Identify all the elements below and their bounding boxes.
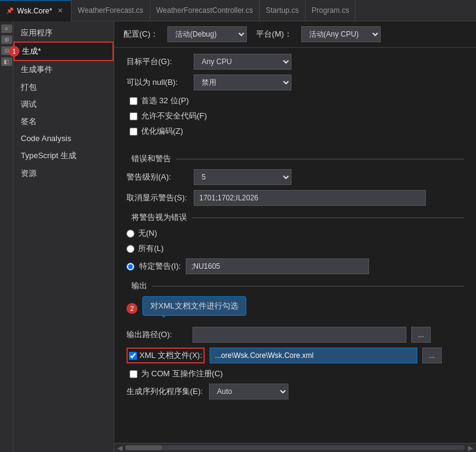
radio-none-row: 无(N) xyxy=(126,228,464,239)
tab-label-startup: Startup.cs xyxy=(266,6,299,15)
warning-level-label: 警告级别(A): xyxy=(126,172,188,183)
tab-label-weatherforecast: WeatherForecast.cs xyxy=(78,6,143,15)
platform-select[interactable]: 活动(Any CPU) xyxy=(301,26,381,42)
pin-icon: 📌 xyxy=(6,7,13,14)
checkbox-unsafe-label: 允许不安全代码(F) xyxy=(141,111,207,122)
warnings-divider xyxy=(176,159,464,159)
xml-label: XML 文档文件(X): xyxy=(139,350,202,361)
com-label: 为 COM 互操作注册(C) xyxy=(141,368,223,379)
output-header: 输出 xyxy=(126,280,464,291)
xml-path-input[interactable] xyxy=(210,348,417,363)
output-path-browse[interactable]: ... xyxy=(411,327,431,343)
suppress-label: 取消显示警告(S): xyxy=(126,192,188,203)
target-platform-label: 目标平台(G): xyxy=(126,56,188,67)
checkbox-optimize-label: 优化编码(Z) xyxy=(141,126,183,137)
radio-specific-label: 特定警告(I): xyxy=(139,261,181,272)
checkbox-optimize[interactable] xyxy=(130,128,137,136)
warnings-section: 错误和警告 警告级别(A): 5 取消显示警告(S): xyxy=(114,153,476,206)
com-row: 为 COM 互操作注册(C) xyxy=(126,368,464,379)
left-gutter: ≡ ⊞ ⊟ ◧ xyxy=(0,21,13,452)
warning-level-row: 警告级别(A): 5 xyxy=(126,169,464,185)
serialize-label: 生成序列化程序集(E): xyxy=(126,386,203,397)
content-area: 配置(C)： 活动(Debug) 平台(M)： 活动(Any CPU) 目标平台… xyxy=(114,21,476,443)
toolbar-row: 配置(C)： 活动(Debug) 平台(M)： 活动(Any CPU) xyxy=(114,21,476,48)
sidebar-item-build[interactable]: 1 生成* xyxy=(13,42,114,61)
scrollbar-track[interactable] xyxy=(125,445,465,450)
tab-startup[interactable]: Startup.cs xyxy=(260,0,306,21)
output-divider xyxy=(152,286,464,286)
sidebar-item-debug[interactable]: 调试 xyxy=(13,96,114,113)
scrollbar-thumb[interactable] xyxy=(125,445,162,450)
checkbox-32bit-label: 首选 32 位(P) xyxy=(141,95,189,106)
radio-all-label: 所有(L) xyxy=(138,243,164,254)
xml-checkbox-border: XML 文档文件(X): xyxy=(126,348,205,363)
nullable-row: 可以为 null(B): 禁用 xyxy=(126,75,464,90)
sidebar-item-app[interactable]: 应用程序 xyxy=(13,24,114,42)
tooltip-row: 2 对XML文档文件进行勾选 xyxy=(126,296,464,321)
sidebar-item-build-events[interactable]: 生成事件 xyxy=(13,61,114,78)
suppress-input[interactable] xyxy=(194,190,426,206)
radio-all[interactable] xyxy=(126,245,134,253)
tab-label-wskcore: Wsk.Core* xyxy=(17,7,52,15)
radio-all-row: 所有(L) xyxy=(126,243,464,254)
target-platform-select[interactable]: Any CPU xyxy=(194,54,291,70)
gutter-icon-2[interactable]: ⊞ xyxy=(1,35,12,44)
output-path-label: 输出路径(O): xyxy=(126,329,188,340)
nullable-select[interactable]: 禁用 xyxy=(194,75,291,90)
sidebar: 应用程序 1 生成* 生成事件 打包 调试 签名 Code Analysis T… xyxy=(13,21,114,452)
target-platform-row: 目标平台(G): Any CPU xyxy=(126,54,464,70)
checkbox-unsafe[interactable] xyxy=(130,112,137,120)
sidebar-item-package[interactable]: 打包 xyxy=(13,79,114,96)
main-layout: ≡ ⊞ ⊟ ◧ 应用程序 1 生成* 生成事件 打包 调试 签名 Code An… xyxy=(0,21,476,452)
tab-weatherforecastcontroller[interactable]: WeatherForecastController.cs xyxy=(150,0,260,21)
radio-specific[interactable] xyxy=(126,263,134,271)
badge-2: 2 xyxy=(126,303,137,314)
tab-label-program: Program.cs xyxy=(312,6,349,15)
general-section: 目标平台(G): Any CPU 可以为 null(B): 禁用 首选 32 位… xyxy=(114,48,476,147)
sidebar-item-resources[interactable]: 资源 xyxy=(13,165,114,182)
config-select[interactable]: 活动(Debug) xyxy=(167,26,247,42)
radio-none[interactable] xyxy=(126,230,134,238)
checkbox-32bit[interactable] xyxy=(130,97,137,105)
warning-level-select[interactable]: 5 xyxy=(194,169,291,185)
com-checkbox[interactable] xyxy=(130,370,137,378)
gutter-icon-1[interactable]: ≡ xyxy=(1,24,12,33)
serialize-row: 生成序列化程序集(E): Auto xyxy=(126,384,464,399)
radio-none-label: 无(N) xyxy=(138,228,157,239)
tab-wskcore[interactable]: 📌 Wsk.Core* ✕ xyxy=(0,0,71,21)
serialize-select[interactable]: Auto xyxy=(209,384,288,399)
sidebar-item-code-analysis[interactable]: Code Analysis xyxy=(13,130,114,147)
output-section: 输出 2 对XML文档文件进行勾选 输出路径(O): ... xyxy=(114,280,476,399)
checkbox-32bit-row: 首选 32 位(P) xyxy=(126,95,464,106)
tab-program[interactable]: Program.cs xyxy=(306,0,356,21)
xml-row: XML 文档文件(X): ... xyxy=(126,348,464,363)
output-path-row: 输出路径(O): ... xyxy=(126,327,464,343)
xml-checkbox[interactable] xyxy=(129,352,137,360)
title-bar: 📌 Wsk.Core* ✕ WeatherForecast.cs Weather… xyxy=(0,0,476,21)
suppress-row: 取消显示警告(S): xyxy=(126,190,464,206)
specific-warnings-input[interactable] xyxy=(186,258,369,274)
xml-browse-btn[interactable]: ... xyxy=(422,348,442,363)
radio-specific-row: 特定警告(I): xyxy=(126,258,464,274)
nullable-label: 可以为 null(B): xyxy=(126,77,188,88)
config-label: 配置(C)： xyxy=(123,29,158,40)
checkbox-unsafe-row: 允许不安全代码(F) xyxy=(126,111,464,122)
treat-warnings-header: 将警告视为错误 xyxy=(126,212,464,223)
treat-warnings-divider xyxy=(192,217,464,218)
output-path-input[interactable] xyxy=(192,327,406,343)
tab-label-weatherforecastcontroller: WeatherForecastController.cs xyxy=(156,6,254,15)
warnings-header: 错误和警告 xyxy=(126,153,464,164)
tooltip-bubble: 对XML文档文件进行勾选 xyxy=(142,296,246,316)
sidebar-item-typescript[interactable]: TypeScript 生成 xyxy=(13,147,114,164)
tab-close-wskcore[interactable]: ✕ xyxy=(56,6,65,15)
platform-label: 平台(M)： xyxy=(256,29,292,40)
checkbox-optimize-row: 优化编码(Z) xyxy=(126,126,464,137)
gutter-icon-4[interactable]: ◧ xyxy=(1,57,12,66)
treat-warnings-section: 将警告视为错误 无(N) 所有(L) 特定警告(I): xyxy=(114,212,476,274)
badge-1: 1 xyxy=(9,46,20,57)
tab-weatherforecast[interactable]: WeatherForecast.cs xyxy=(71,0,150,21)
sidebar-item-signing[interactable]: 签名 xyxy=(13,113,114,130)
bottom-scrollbar[interactable]: ◀ ▶ xyxy=(114,443,476,452)
